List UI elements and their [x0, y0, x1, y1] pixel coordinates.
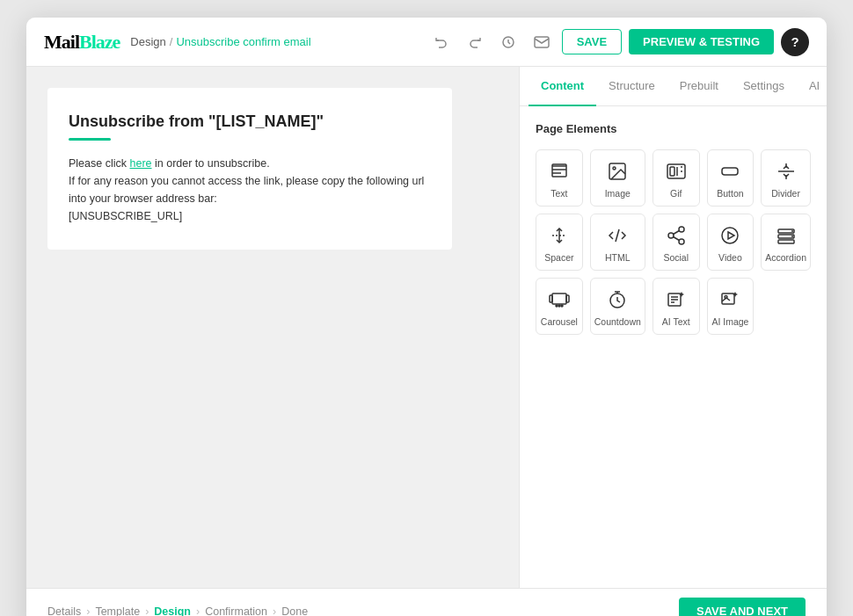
element-html-label: HTML: [605, 252, 631, 263]
element-divider[interactable]: Divider: [761, 149, 811, 207]
element-image[interactable]: Image: [590, 149, 645, 207]
breadcrumb-active: Unsubscribe confirm email: [176, 35, 310, 48]
breadcrumb-design: Design: [130, 35, 165, 48]
element-button-label: Button: [717, 188, 743, 199]
element-carousel[interactable]: Carousel: [536, 278, 583, 335]
svg-point-35: [556, 305, 558, 307]
tab-content[interactable]: Content: [529, 67, 596, 106]
element-social[interactable]: Social: [653, 214, 700, 271]
step-template: Template: [95, 605, 140, 617]
breadcrumb-sep: /: [170, 35, 173, 48]
svg-rect-1: [535, 37, 549, 47]
svg-point-7: [613, 167, 616, 170]
element-divider-label: Divider: [771, 188, 800, 199]
save-button[interactable]: SAVE: [562, 29, 622, 54]
ai-image-icon: [718, 287, 742, 312]
element-video-label: Video: [718, 252, 742, 263]
main-content: Unsubscribe from "[LIST_NAME]" Please cl…: [26, 67, 827, 588]
element-accordion-label: Accordion: [765, 252, 806, 263]
ai-text-icon: [664, 287, 689, 312]
element-spacer[interactable]: Spacer: [536, 214, 583, 271]
element-video[interactable]: Video: [707, 214, 755, 271]
element-social-label: Social: [663, 252, 689, 263]
right-panel: Content Structure Prebuilt Settings AI P…: [519, 67, 827, 588]
help-button[interactable]: ?: [781, 28, 809, 56]
element-gif-label: Gif: [670, 188, 682, 199]
undo-button[interactable]: [428, 29, 455, 55]
svg-point-22: [679, 239, 684, 244]
svg-point-36: [558, 305, 560, 307]
element-ai-text-label: AI Text: [662, 316, 690, 327]
tab-prebuilt[interactable]: Prebuilt: [667, 67, 731, 106]
element-image-label: Image: [605, 188, 631, 199]
svg-rect-32: [552, 294, 566, 304]
accordion-icon: [774, 223, 798, 248]
step-details: Details: [47, 605, 81, 617]
email-line1: Please click here in order to unsubscrib…: [69, 155, 431, 172]
element-html[interactable]: HTML: [590, 214, 645, 271]
button-icon: [718, 159, 742, 184]
step-sep-3: ›: [196, 605, 200, 617]
section-title: Page Elements: [536, 122, 811, 135]
step-sep-2: ›: [145, 605, 149, 617]
svg-rect-29: [778, 240, 794, 243]
image-icon: [605, 159, 630, 184]
email-underline: [69, 138, 111, 141]
carousel-icon: [547, 287, 572, 312]
element-ai-text[interactable]: AI Text: [653, 278, 700, 335]
step-sep-1: ›: [86, 605, 90, 617]
element-accordion[interactable]: Accordion: [761, 214, 811, 271]
divider-icon: [774, 159, 798, 184]
svg-point-37: [561, 305, 563, 307]
element-text[interactable]: Text: [536, 149, 583, 207]
header-right: SAVE PREVIEW & TESTING ?: [428, 28, 809, 56]
app-window: MailBlaze Design / Unsubscribe confirm e…: [26, 18, 827, 616]
gif-icon: [664, 159, 689, 184]
email-title: Unsubscribe from "[LIST_NAME]": [69, 112, 431, 131]
email-preview-button[interactable]: [529, 29, 555, 55]
footer-steps: Details › Template › Design › Confirmati…: [47, 605, 308, 617]
step-done: Done: [281, 605, 308, 617]
element-countdown[interactable]: Countdown: [590, 278, 645, 335]
spacer-icon: [547, 223, 572, 248]
svg-line-24: [673, 231, 679, 235]
element-ai-image[interactable]: AI Image: [707, 278, 755, 335]
breadcrumb: Design / Unsubscribe confirm email: [130, 35, 310, 48]
svg-rect-34: [566, 295, 569, 302]
tab-settings[interactable]: Settings: [731, 67, 797, 106]
email-line2: If for any reason you cannot access the …: [69, 172, 431, 207]
svg-point-20: [679, 227, 684, 232]
svg-marker-26: [728, 232, 734, 239]
element-button[interactable]: Button: [707, 149, 755, 207]
elements-grid: Text Image Gif: [536, 149, 811, 335]
history-button[interactable]: [495, 29, 521, 55]
header-left: MailBlaze Design / Unsubscribe confirm e…: [44, 31, 311, 54]
footer: Details › Template › Design › Confirmati…: [26, 588, 827, 616]
element-ai-image-label: AI Image: [711, 316, 748, 327]
tab-structure[interactable]: Structure: [596, 67, 667, 106]
element-carousel-label: Carousel: [541, 316, 578, 327]
panel-tabs: Content Structure Prebuilt Settings AI: [520, 67, 827, 106]
canvas-area: Unsubscribe from "[LIST_NAME]" Please cl…: [26, 67, 519, 588]
element-countdown-label: Countdown: [594, 316, 641, 327]
social-icon: [664, 223, 689, 248]
email-canvas[interactable]: Unsubscribe from "[LIST_NAME]" Please cl…: [47, 88, 452, 250]
email-body: Please click here in order to unsubscrib…: [69, 155, 431, 225]
preview-testing-button[interactable]: PREVIEW & TESTING: [629, 29, 774, 54]
panel-body: Page Elements Text Image: [520, 106, 827, 588]
tab-ai[interactable]: AI: [797, 67, 827, 106]
unsubscribe-link[interactable]: here: [129, 157, 151, 170]
step-confirmation: Confirmation: [205, 605, 267, 617]
text-icon: [547, 159, 572, 184]
html-icon: [605, 223, 630, 248]
save-and-next-button[interactable]: SAVE AND NEXT: [679, 598, 806, 616]
step-sep-4: ›: [273, 605, 276, 617]
svg-rect-9: [670, 167, 674, 176]
header: MailBlaze Design / Unsubscribe confirm e…: [26, 18, 827, 67]
svg-point-21: [668, 233, 674, 238]
logo: MailBlaze: [44, 31, 120, 54]
redo-button[interactable]: [462, 29, 488, 55]
element-gif[interactable]: Gif: [653, 149, 700, 207]
svg-rect-33: [550, 295, 552, 302]
element-text-label: Text: [550, 188, 567, 199]
